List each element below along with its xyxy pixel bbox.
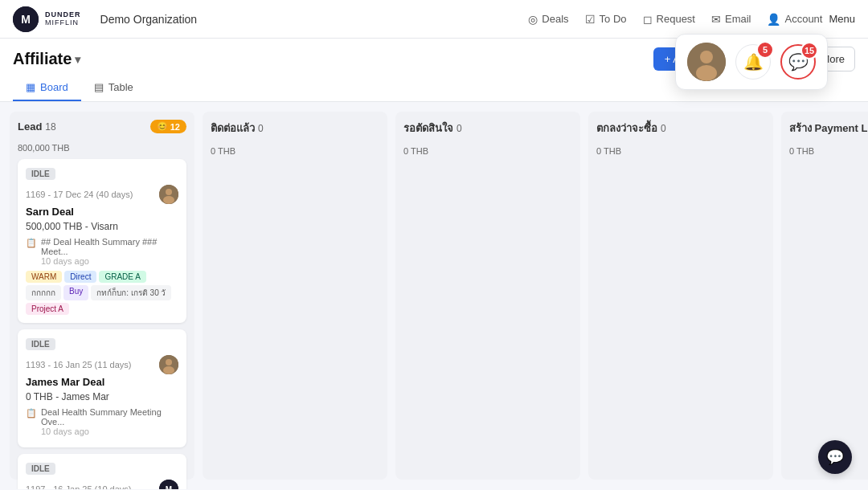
nav-email[interactable]: ✉ Email (711, 13, 751, 26)
col-count-interested: 0 (661, 123, 666, 134)
tab-table[interactable]: ▤ Table (81, 75, 146, 101)
card-title-c2: James Mar Deal (26, 376, 178, 388)
col-title-lead: Lead (18, 120, 42, 133)
email-icon: ✉ (711, 13, 721, 26)
tag-item: Project A (26, 303, 69, 315)
col-badge-lead: 😊12 (150, 120, 186, 133)
board-column-paymentlink: สร้าง Payment Link00 THB (781, 112, 868, 480)
org-name: Demo Organization (100, 13, 198, 26)
card-status-c2: IDLE (26, 338, 55, 350)
bell-badge: 5 (756, 41, 774, 59)
card-c3[interactable]: IDLE1197 - 16 Jan 25 (10 days)MAlan100,0… (18, 454, 186, 489)
col-header-paymentlink: สร้าง Payment Link0 (789, 120, 868, 137)
col-amount-paymentlink: 0 THB (789, 146, 868, 156)
tag-item: กทก์ก็บก: เกรติ 30 วั (91, 285, 171, 300)
board-column-contacted: ติดต่อแล้ว00 THB (203, 112, 387, 480)
table-tab-icon: ▤ (94, 81, 104, 93)
kanban-board: Lead18😊12800,000 THBIDLE1169 - 17 Dec 24… (0, 102, 868, 489)
nav-deals[interactable]: ◎ Deals (528, 13, 568, 26)
notification-popup: 🔔 5 💬 15 (675, 34, 828, 90)
bell-notification-button[interactable]: 🔔 5 (735, 44, 771, 80)
board-column-lead: Lead18😊12800,000 THBIDLE1169 - 17 Dec 24… (10, 112, 194, 480)
svg-point-9 (166, 359, 172, 365)
avatar (159, 185, 178, 204)
col-amount-waitdecision: 0 THB (403, 146, 572, 156)
tag-item: Direct (64, 271, 96, 283)
col-amount-interested: 0 THB (596, 146, 765, 156)
nav-todo[interactable]: ☑ To Do (585, 13, 627, 26)
svg-text:M: M (21, 13, 31, 26)
card-note-text-c2: Deal Health Summary Meeting Ove...10 day… (41, 407, 178, 436)
request-icon: ◻ (643, 13, 653, 26)
note-icon: 📋 (26, 238, 37, 248)
col-header-interested: ตกลงว่าจะซื้อ0 (596, 120, 765, 137)
col-header-contacted: ติดต่อแล้ว0 (211, 120, 379, 137)
col-amount-contacted: 0 THB (211, 146, 379, 156)
card-amount-c2: 0 THB - James Mar (26, 391, 178, 402)
card-tags-c1: WARMDirectGRADE AกกกกกBuyกทก์ก็บก: เกรติ… (26, 271, 178, 315)
col-amount-lead: 800,000 THB (18, 143, 186, 153)
menu-button[interactable]: Menu (829, 13, 855, 25)
deals-icon: ◎ (528, 13, 538, 26)
card-amount-c1: 500,000 THB - Visarn (26, 221, 178, 232)
nav-account[interactable]: 👤 Account (767, 13, 822, 26)
col-title-paymentlink: สร้าง Payment Link (789, 122, 868, 134)
col-title-contacted: ติดต่อแล้ว (211, 122, 255, 134)
col-count-lead: 18 (45, 121, 55, 133)
board-column-interested: ตกลงว่าจะซื้อ00 THB (588, 112, 773, 480)
tag-item: Buy (63, 285, 88, 300)
card-c1[interactable]: IDLE1169 - 17 Dec 24 (40 days)Sarn Deal5… (18, 159, 186, 323)
svg-point-4 (696, 65, 717, 81)
board-column-waitdecision: รอตัดสินใจ00 THB (395, 112, 580, 480)
tab-board[interactable]: ▦ Board (13, 75, 81, 101)
col-title-waitdecision: รอตัดสินใจ (403, 122, 453, 134)
card-c2[interactable]: IDLE1193 - 16 Jan 25 (11 days)James Mar … (18, 329, 186, 447)
card-meta-c1: 1169 - 17 Dec 24 (40 days) (26, 190, 133, 199)
tag-item: WARM (26, 271, 62, 283)
nav-items: ◎ Deals ☑ To Do ◻ Request ✉ Email 👤 Acco… (528, 13, 822, 26)
chat-badge: 15 (800, 42, 818, 59)
top-navigation: M DUNDER MIFFLIN Demo Organization ◎ Dea… (0, 0, 868, 39)
logo[interactable]: M DUNDER MIFFLIN (13, 6, 81, 32)
note-icon: 📋 (26, 408, 37, 419)
user-avatar[interactable] (687, 43, 726, 81)
nav-request[interactable]: ◻ Request (643, 13, 695, 26)
card-status-c1: IDLE (26, 168, 55, 180)
chevron-down-icon[interactable]: ▾ (75, 53, 80, 66)
col-title-interested: ตกลงว่าจะซื้อ (596, 122, 657, 134)
card-status-c3: IDLE (26, 463, 55, 475)
account-icon: 👤 (767, 13, 780, 26)
chat-bubble-icon: 💬 (826, 448, 844, 466)
tag-item: GRADE A (99, 271, 145, 283)
card-meta-c2: 1193 - 16 Jan 25 (11 days) (26, 360, 131, 370)
card-meta-c3: 1197 - 16 Jan 25 (10 days) (26, 484, 131, 489)
chat-notification-button[interactable]: 💬 15 (780, 44, 816, 80)
chat-bubble-button[interactable]: 💬 (818, 440, 852, 474)
col-header-waitdecision: รอตัดสินใจ0 (403, 120, 572, 137)
svg-point-3 (700, 51, 713, 63)
logo-icon: M (13, 6, 39, 32)
tag-item: กกกกก (26, 285, 61, 300)
avatar (159, 355, 178, 374)
col-count-contacted: 0 (258, 123, 264, 134)
avatar: M (159, 480, 178, 489)
card-title-c1: Sarn Deal (26, 206, 178, 218)
svg-point-10 (163, 366, 174, 374)
col-header-lead: Lead18😊12 (18, 120, 186, 133)
todo-icon: ☑ (585, 13, 596, 26)
board-tab-icon: ▦ (26, 81, 35, 93)
page-title: Affiliate ▾ (13, 50, 80, 68)
svg-point-7 (163, 196, 174, 204)
svg-text:M: M (166, 485, 172, 489)
logo-text: DUNDER MIFFLIN (45, 11, 81, 27)
svg-point-6 (166, 189, 172, 195)
card-note-text-c1: ## Deal Health Summary ### Meet...10 day… (41, 237, 178, 266)
col-count-waitdecision: 0 (457, 123, 462, 134)
